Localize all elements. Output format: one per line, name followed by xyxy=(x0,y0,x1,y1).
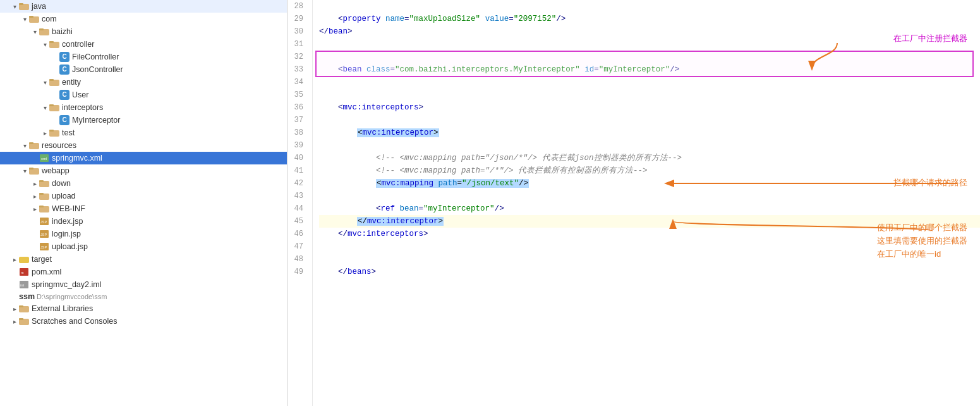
tree-label: MyInterceptor xyxy=(72,116,120,125)
target-folder-icon xyxy=(19,254,29,264)
sidebar-item-webapp[interactable]: ▾webapp xyxy=(0,164,287,177)
code-line xyxy=(319,0,980,13)
line-number: 33 xyxy=(287,63,307,76)
line-number: 30 xyxy=(287,25,307,38)
tree-label: com xyxy=(42,15,57,23)
sidebar-item-springmvc_day2_iml[interactable]: imlspringmvc_day2.iml xyxy=(0,278,287,291)
tree-arrow: ▸ xyxy=(10,318,19,325)
sidebar-item-User[interactable]: CUser xyxy=(0,89,287,101)
code-line xyxy=(319,76,980,89)
folder-icon xyxy=(49,77,59,87)
tree-label: entity xyxy=(62,78,81,87)
tree-label: WEB-INF xyxy=(52,204,85,213)
sidebar-item-WEB_INF[interactable]: ▸WEB-INF xyxy=(0,202,287,215)
code-line xyxy=(319,89,980,101)
sidebar-item-pom_xml[interactable]: mpom.xml xyxy=(0,266,287,278)
sidebar-item-test[interactable]: ▸test xyxy=(0,126,287,139)
pom-xml-icon: m xyxy=(19,267,29,277)
sidebar-item-springmvc_xml[interactable]: xmlspringmvc.xml xyxy=(0,152,287,164)
folder-icon xyxy=(39,204,49,214)
sidebar-item-index_jsp[interactable]: JSPindex.jsp xyxy=(0,215,287,228)
sidebar-item-resources[interactable]: ▾resources xyxy=(0,139,287,152)
svg-text:JSP: JSP xyxy=(40,245,47,249)
jsp-file-icon: JSP xyxy=(39,229,49,239)
sidebar-item-target[interactable]: ▸target xyxy=(0,253,287,266)
sidebar-item-ScratchesAndConsoles[interactable]: ▸Scratches and Consoles xyxy=(0,315,287,328)
code-line xyxy=(319,114,980,126)
tree-label: controller xyxy=(62,40,94,49)
sidebar-item-interceptors[interactable]: ▾interceptors xyxy=(0,101,287,114)
tree-arrow: ▸ xyxy=(30,180,39,187)
tree-arrow: ▸ xyxy=(10,256,19,263)
file-tree[interactable]: ▾java▾com▾baizhi▾controllerCFileControll… xyxy=(0,0,287,406)
svg-rect-38 xyxy=(19,305,23,307)
java-class-icon: C xyxy=(59,115,70,125)
svg-text:JSP: JSP xyxy=(40,233,47,237)
sidebar-item-login_jsp[interactable]: JSPlogin.jsp xyxy=(0,228,287,240)
tree-arrow: ▾ xyxy=(30,28,39,35)
tree-arrow: ▸ xyxy=(30,206,39,212)
svg-text:iml: iml xyxy=(20,283,24,287)
sidebar-item-FileController[interactable]: CFileController xyxy=(0,51,287,63)
tree-label: interceptors xyxy=(62,103,103,112)
sidebar-item-java[interactable]: ▾java xyxy=(0,0,287,13)
line-number: 38 xyxy=(287,126,307,139)
sidebar-item-down[interactable]: ▸down xyxy=(0,177,287,190)
tree-arrow: ▾ xyxy=(40,41,49,48)
svg-rect-21 xyxy=(39,180,44,182)
folder-icon xyxy=(29,140,39,151)
tree-label: ssm D:\springmvccode\ssm xyxy=(19,292,107,301)
tree-label: upload.jsp xyxy=(52,242,88,251)
tree-label: baizhi xyxy=(52,27,73,36)
folder-icon xyxy=(39,27,49,37)
java-class-icon: C xyxy=(59,52,70,62)
sidebar-item-upload_jsp[interactable]: JSPupload.jsp xyxy=(0,240,287,253)
iml-file-icon: iml xyxy=(19,280,29,290)
folder-icon xyxy=(39,178,49,188)
java-class-icon: C xyxy=(59,65,70,75)
line-number: 40 xyxy=(287,152,307,164)
folder-icon xyxy=(49,128,59,138)
tree-arrow: ▸ xyxy=(40,130,49,137)
sidebar-item-ssm_path[interactable]: ssm D:\springmvccode\ssm xyxy=(0,291,287,302)
sidebar-item-baizhi[interactable]: ▾baizhi xyxy=(0,25,287,38)
tree-label: Scratches and Consoles xyxy=(32,317,118,326)
line-number: 34 xyxy=(287,76,307,89)
tree-label: User xyxy=(72,90,88,99)
sidebar-item-controller[interactable]: ▾controller xyxy=(0,38,287,51)
jsp-file-icon: JSP xyxy=(39,216,49,226)
tree-label: upload xyxy=(52,192,76,200)
folder-icon xyxy=(19,304,29,314)
line-number: 45💡 xyxy=(287,215,307,228)
sidebar-item-entity[interactable]: ▾entity xyxy=(0,76,287,89)
sidebar-item-ExternalLibraries[interactable]: ▸External Libraries xyxy=(0,302,287,315)
line-number: 31 xyxy=(287,38,307,51)
line-number: 28 xyxy=(287,0,307,13)
line-number: 47 xyxy=(287,240,307,253)
code-line: <!-- <mvc:mapping path="/*"/> 代表拦截所有控制器的… xyxy=(319,164,980,177)
svg-rect-5 xyxy=(39,28,44,30)
tree-label: External Libraries xyxy=(32,304,93,313)
sidebar-item-MyInterceptor[interactable]: CMyInterceptor xyxy=(0,114,287,126)
folder-icon xyxy=(19,316,29,326)
svg-rect-1 xyxy=(19,3,23,5)
svg-text:m: m xyxy=(21,271,24,274)
tree-label: test xyxy=(62,128,75,137)
line-number: 46 xyxy=(287,228,307,240)
sidebar-item-JsonController[interactable]: CJsonController xyxy=(0,63,287,76)
line-numbers: 282930313233343536373839404142434445💡464… xyxy=(287,0,313,406)
line-number: 39 xyxy=(287,139,307,152)
sidebar-item-upload[interactable]: ▸upload xyxy=(0,190,287,202)
code-line: </mvc:interceptor> xyxy=(319,215,980,228)
code-area: <property name="maxUploadSize" value="20… xyxy=(313,0,980,406)
svg-rect-40 xyxy=(19,318,23,320)
folder-icon xyxy=(49,39,59,49)
line-number: 35 xyxy=(287,89,307,101)
sidebar-item-com[interactable]: ▾com xyxy=(0,13,287,25)
svg-rect-25 xyxy=(39,206,44,207)
code-line: <ref bean="myInterceptor"/> xyxy=(319,202,980,215)
tree-arrow: ▾ xyxy=(40,79,49,86)
code-line xyxy=(319,190,980,202)
code-line: <property name="maxUploadSize" value="20… xyxy=(319,13,980,25)
svg-rect-15 xyxy=(29,142,33,144)
